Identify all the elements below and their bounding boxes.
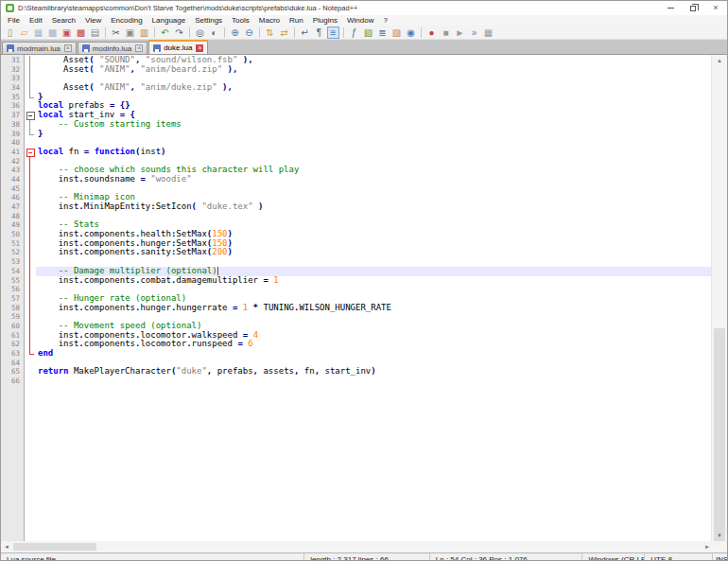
folder-as-workspace-icon[interactable]: ▨ xyxy=(390,26,403,39)
save-all-icon[interactable]: ▩ xyxy=(46,26,59,39)
line-number[interactable]: 38 xyxy=(1,120,25,130)
line-number[interactable]: 36 xyxy=(1,101,25,111)
menu-item-macro[interactable]: Macro xyxy=(254,15,285,26)
show-all-characters-icon[interactable]: ¶ xyxy=(313,26,325,39)
redo-icon[interactable]: ↷ xyxy=(173,26,185,39)
line-number[interactable]: 57 xyxy=(1,294,25,304)
line-number[interactable]: 58 xyxy=(1,304,25,313)
line-number[interactable]: 34 xyxy=(1,83,25,93)
line-number[interactable]: 45 xyxy=(1,184,25,194)
line-number[interactable]: 49 xyxy=(1,220,25,230)
tab-duke.lua[interactable]: duke.lua× xyxy=(148,40,208,54)
find-icon[interactable]: ◎ xyxy=(194,26,206,39)
sync-vertical-scroll-icon[interactable]: ⇅ xyxy=(264,26,276,39)
scroll-up-arrow-icon[interactable]: ▲ xyxy=(712,55,727,66)
new-file-icon[interactable]: ▯ xyxy=(4,26,16,39)
line-number[interactable]: 61 xyxy=(1,331,25,341)
code-line[interactable]: 34 Asset( "ANIM", "anim/duke.zip" ), xyxy=(1,83,711,93)
menu-item-settings[interactable]: Settings xyxy=(190,15,227,26)
word-wrap-icon[interactable]: ↵ xyxy=(299,26,311,39)
line-number[interactable]: 42 xyxy=(1,157,25,167)
menu-item-encoding[interactable]: Encoding xyxy=(106,15,147,26)
macro-record-icon[interactable]: ● xyxy=(425,26,438,39)
sync-horizontal-scroll-icon[interactable]: ⇄ xyxy=(278,26,290,39)
code-line[interactable]: 44 inst.soundsname = "woodie" xyxy=(1,175,711,184)
function-list-icon[interactable]: ƒ xyxy=(348,26,360,39)
save-icon[interactable]: ▦ xyxy=(32,26,44,39)
menu-item-language[interactable]: Language xyxy=(147,15,191,26)
tab-modmain.lua[interactable]: modmain.lua× xyxy=(2,42,77,54)
line-number[interactable]: 39 xyxy=(1,130,25,139)
menu-item-plugins[interactable]: Plugins xyxy=(308,15,342,26)
line-number[interactable]: 40 xyxy=(1,138,25,148)
menu-item-window[interactable]: Window xyxy=(342,15,378,26)
zoom-out-icon[interactable]: ⊖ xyxy=(243,26,255,39)
fold-marker-minus-red[interactable] xyxy=(25,148,36,157)
menu-item-tools[interactable]: Tools xyxy=(227,15,254,26)
print-icon[interactable]: ▤ xyxy=(89,26,101,39)
paste-icon[interactable]: ▥ xyxy=(138,26,150,39)
monitoring-icon[interactable]: ◉ xyxy=(405,26,417,39)
line-number[interactable]: 64 xyxy=(1,359,25,368)
line-number[interactable]: 32 xyxy=(1,65,25,75)
menu-item-search[interactable]: Search xyxy=(47,15,80,26)
close-button[interactable]: × xyxy=(704,1,727,15)
line-number[interactable]: 46 xyxy=(1,193,25,202)
line-number[interactable]: 59 xyxy=(1,312,25,322)
fold-marker-minus[interactable] xyxy=(25,111,36,120)
menu-item-help[interactable]: ? xyxy=(378,15,391,26)
close-all-icon[interactable]: ▩ xyxy=(75,26,87,39)
show-indent-guide-icon[interactable]: ≡ xyxy=(327,26,339,39)
macro-stop-icon[interactable]: ■ xyxy=(440,26,452,39)
line-number[interactable]: 51 xyxy=(1,239,25,249)
code-line[interactable]: 47 inst.MiniMapEntity:SetIcon( "duke.tex… xyxy=(1,202,711,212)
close-file-icon[interactable]: ▣ xyxy=(61,26,73,39)
line-number[interactable]: 50 xyxy=(1,230,25,239)
open-file-icon[interactable]: ▱ xyxy=(18,26,30,39)
line-number[interactable]: 41 xyxy=(1,148,25,157)
line-number[interactable]: 44 xyxy=(1,175,25,184)
line-number[interactable]: 54 xyxy=(1,267,25,276)
line-number[interactable]: 43 xyxy=(1,166,25,175)
line-number[interactable]: 62 xyxy=(1,340,25,349)
code-line[interactable]: 66 xyxy=(1,377,711,386)
document-map-icon[interactable]: ▧ xyxy=(362,26,374,39)
code-line[interactable]: 39} xyxy=(1,130,711,139)
code-line[interactable]: 62 inst.components.locomotor.runspeed = … xyxy=(1,340,711,349)
code-line[interactable]: 65return MakePlayerCharacter("duke", pre… xyxy=(1,367,711,377)
code-line[interactable]: 48 xyxy=(1,212,711,221)
scroll-down-arrow-icon[interactable]: ▼ xyxy=(712,530,727,541)
line-number[interactable]: 53 xyxy=(1,257,25,267)
code-line[interactable]: 58 inst.components.hunger.hungerrate = 1… xyxy=(1,304,711,313)
line-number[interactable]: 37 xyxy=(1,111,25,120)
code-line[interactable]: 41local fn = function(inst) xyxy=(1,148,711,157)
zoom-in-icon[interactable]: ⊕ xyxy=(229,26,241,39)
code-line[interactable]: 63end xyxy=(1,349,711,359)
cut-icon[interactable]: ✂ xyxy=(110,26,122,39)
vertical-scrollbar-thumb[interactable] xyxy=(714,328,725,561)
line-number[interactable]: 52 xyxy=(1,248,25,257)
document-list-icon[interactable]: ≣ xyxy=(376,26,389,39)
line-number[interactable]: 63 xyxy=(1,349,25,359)
line-number[interactable]: 56 xyxy=(1,285,25,294)
line-number[interactable]: 33 xyxy=(1,74,25,83)
minimize-button[interactable] xyxy=(659,1,682,15)
tab-modinfo.lua[interactable]: modinfo.lua× xyxy=(78,42,147,54)
line-number[interactable]: 66 xyxy=(1,377,25,386)
undo-icon[interactable]: ↶ xyxy=(159,26,171,39)
macro-playback-icon[interactable]: ► xyxy=(454,26,466,39)
line-number[interactable]: 55 xyxy=(1,276,25,286)
vertical-scrollbar[interactable]: ▲ ▼ xyxy=(711,55,727,541)
code-editor[interactable]: 31 Asset( "SOUND", "sound/wilson.fsb" ),… xyxy=(1,55,711,541)
copy-icon[interactable]: ▣ xyxy=(124,26,136,39)
scroll-left-arrow-icon[interactable]: ◄ xyxy=(1,541,12,552)
line-number[interactable]: 35 xyxy=(1,93,25,102)
tab-close-icon[interactable]: × xyxy=(64,44,72,52)
restore-button[interactable] xyxy=(682,1,704,15)
menu-item-run[interactable]: Run xyxy=(285,15,308,26)
line-number[interactable]: 60 xyxy=(1,322,25,331)
menu-item-edit[interactable]: Edit xyxy=(25,15,47,26)
menu-item-file[interactable]: File xyxy=(3,15,25,26)
code-line[interactable]: 32 Asset( "ANIM", "anim/beard.zip" ), xyxy=(1,65,711,75)
code-line[interactable]: 38 -- Custom starting items xyxy=(1,120,711,130)
